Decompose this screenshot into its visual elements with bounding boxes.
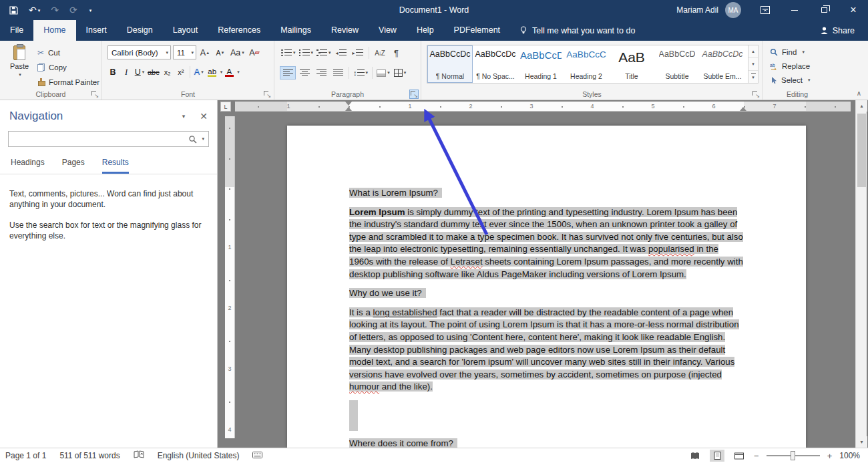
zoom-slider-thumb[interactable] xyxy=(791,451,795,460)
hanging-indent-marker[interactable] xyxy=(345,104,352,111)
share-button[interactable]: Share xyxy=(820,20,855,41)
find-button[interactable]: Find▾ xyxy=(770,45,831,59)
navigation-search-input[interactable] xyxy=(9,132,188,146)
font-color-button[interactable]: A xyxy=(222,65,236,79)
clear-formatting-button[interactable]: A xyxy=(248,46,261,59)
select-button[interactable]: Select▾ xyxy=(770,73,831,87)
style-item-subtitle[interactable]: AaBbCcDSubtitle xyxy=(654,45,700,83)
styles-scroll-up-button[interactable]: ▴ xyxy=(748,45,758,58)
find-dropdown-icon[interactable]: ▾ xyxy=(802,49,805,55)
ribbon-display-options-button[interactable] xyxy=(750,0,780,20)
shrink-font-button[interactable]: A▼ xyxy=(214,46,227,59)
styles-scroll-down-button[interactable]: ▾ xyxy=(748,58,758,71)
read-mode-button[interactable] xyxy=(688,450,702,462)
styles-dialog-launcher[interactable] xyxy=(752,90,760,98)
tab-mailings[interactable]: Mailings xyxy=(270,20,321,41)
paragraph-dialog-launcher[interactable] xyxy=(410,90,418,98)
print-layout-button[interactable] xyxy=(710,450,724,462)
font-name-select[interactable]: Calibri (Body)▾ xyxy=(107,45,171,59)
strikethrough-button[interactable]: abc xyxy=(146,65,161,79)
justify-button[interactable] xyxy=(330,66,346,80)
font-name-dropdown-icon[interactable]: ▾ xyxy=(166,50,168,55)
show-paragraph-marks-button[interactable]: ¶ xyxy=(389,46,405,59)
clipboard-dialog-launcher[interactable] xyxy=(91,90,99,98)
style-item-no-spac[interactable]: AaBbCcDc¶ No Spac... xyxy=(473,45,518,83)
tab-pdfelement[interactable]: PDFelement xyxy=(444,20,510,41)
select-dropdown-icon[interactable]: ▾ xyxy=(808,78,811,83)
style-item-normal[interactable]: AaBbCcDc¶ Normal xyxy=(427,45,473,83)
font-size-dropdown-icon[interactable]: ▾ xyxy=(191,50,194,55)
document-paragraph[interactable]: Lorem Ipsum is simply dummy text of the … xyxy=(349,206,744,281)
language-indicator[interactable]: English (United States) xyxy=(158,451,240,460)
document-scrollbar[interactable]: ▴ ▾ xyxy=(855,100,867,448)
tab-review[interactable]: Review xyxy=(321,20,369,41)
redo-button[interactable]: ↷ xyxy=(51,5,59,15)
style-item-heading-2[interactable]: AaBbCcCHeading 2 xyxy=(564,45,609,83)
text-highlight-button[interactable]: ab xyxy=(206,65,219,79)
undo-button[interactable]: ↶▾ xyxy=(29,5,40,15)
grow-font-button[interactable]: A▲ xyxy=(198,46,212,59)
line-spacing-button[interactable]: ↕▾ xyxy=(352,66,369,80)
nav-tab-pages[interactable]: Pages xyxy=(62,158,85,174)
selected-blank-lines[interactable] xyxy=(349,400,744,431)
navigation-options-dropdown-icon[interactable]: ▾ xyxy=(182,113,186,120)
bullets-button[interactable]: ▾ xyxy=(280,46,297,59)
collapse-ribbon-button[interactable]: ∧ xyxy=(857,90,861,97)
tab-selector[interactable]: L xyxy=(220,102,231,112)
navigation-close-icon[interactable]: ✕ xyxy=(200,111,208,122)
proofing-status-button[interactable] xyxy=(134,450,144,461)
save-button[interactable] xyxy=(9,6,18,15)
document-paragraph[interactable]: It is a long established fact that a rea… xyxy=(349,307,744,394)
align-left-button[interactable] xyxy=(280,66,296,80)
multilevel-list-button[interactable]: ▾ xyxy=(315,46,333,59)
user-name[interactable]: Mariam Adil xyxy=(676,5,718,15)
style-item-heading-1[interactable]: AaBbCcDHeading 1 xyxy=(518,45,564,83)
change-case-button[interactable]: Aa▾ xyxy=(229,46,246,59)
repeat-button[interactable]: ⟳ xyxy=(69,5,77,15)
increase-indent-button[interactable]: ▸ xyxy=(350,46,366,59)
scrollbar-thumb[interactable] xyxy=(857,114,866,187)
format-painter-button[interactable]: Format Painter xyxy=(37,75,99,90)
vertical-ruler[interactable]: 1234 xyxy=(225,116,235,438)
replace-button[interactable]: ab Replace xyxy=(770,59,831,73)
subscript-button[interactable]: x₂ xyxy=(161,65,174,79)
superscript-button[interactable]: x² xyxy=(174,65,188,79)
minimize-button[interactable] xyxy=(780,0,809,20)
font-size-select[interactable]: 11▾ xyxy=(173,45,196,59)
word-count[interactable]: 511 of 511 words xyxy=(59,451,120,460)
web-layout-button[interactable] xyxy=(732,450,746,462)
avatar[interactable]: MA xyxy=(725,2,741,18)
zoom-out-button[interactable]: − xyxy=(754,451,759,461)
zoom-in-button[interactable]: + xyxy=(827,451,833,461)
nav-tab-headings[interactable]: Headings xyxy=(11,158,45,174)
document-page[interactable]: What is Lorem Ipsum?Lorem Ipsum is simpl… xyxy=(287,126,806,448)
horizontal-ruler[interactable]: 11234567 xyxy=(235,102,851,112)
shading-button[interactable]: ▾ xyxy=(375,66,391,80)
style-item-subtle-em[interactable]: AaBbCcDcSubtle Em... xyxy=(700,45,745,83)
document-heading[interactable]: What is Lorem Ipsum? xyxy=(349,187,744,200)
zoom-percentage[interactable]: 100% xyxy=(839,451,860,460)
document-heading[interactable]: Where does it come from? xyxy=(349,438,744,448)
tab-references[interactable]: References xyxy=(208,20,270,41)
tab-insert[interactable]: Insert xyxy=(76,20,117,41)
paste-dropdown-icon[interactable]: ▾ xyxy=(19,72,21,78)
scroll-down-button[interactable]: ▾ xyxy=(856,436,867,448)
undo-dropdown-icon[interactable]: ▾ xyxy=(38,8,41,13)
decrease-indent-button[interactable]: ◂ xyxy=(333,46,349,59)
bold-button[interactable]: B xyxy=(106,65,120,79)
search-icon[interactable] xyxy=(188,135,197,144)
sort-button[interactable]: A↓Z xyxy=(372,46,388,59)
font-dialog-launcher[interactable] xyxy=(263,90,271,98)
underline-button[interactable]: U▾ xyxy=(133,65,146,79)
text-effects-button[interactable]: A▾ xyxy=(192,65,206,79)
right-indent-marker[interactable] xyxy=(740,104,746,111)
nav-tab-results[interactable]: Results xyxy=(102,158,129,174)
style-item-title[interactable]: AaBTitle xyxy=(609,45,654,83)
cut-button[interactable]: ✂Cut xyxy=(37,45,99,60)
align-right-button[interactable] xyxy=(313,66,329,80)
styles-gallery-more-button[interactable]: ▾ xyxy=(748,71,758,83)
tab-layout[interactable]: Layout xyxy=(163,20,208,41)
borders-button[interactable]: ▾ xyxy=(392,66,408,80)
paste-button[interactable]: Paste ▾ xyxy=(5,44,33,90)
tab-home[interactable]: Home xyxy=(33,20,75,41)
